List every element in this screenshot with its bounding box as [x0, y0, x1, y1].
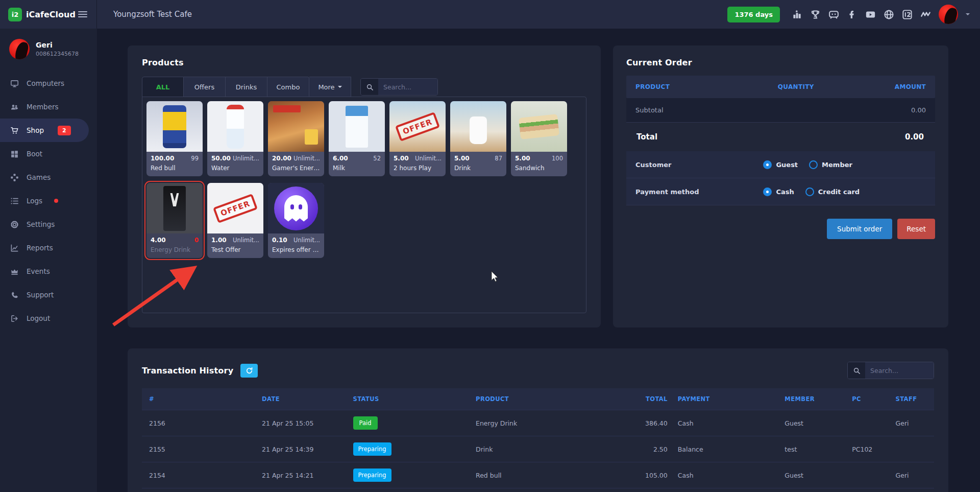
sidebar-item-label: Members — [27, 103, 59, 111]
tx-status: Paid — [348, 410, 471, 436]
product-list: 100.00 99 Red bull 50.00 Unlimit... Wate… — [142, 97, 586, 313]
total-label: Total — [636, 132, 657, 142]
user-avatar[interactable] — [939, 5, 958, 24]
hamburger-menu-icon[interactable] — [76, 9, 89, 19]
products-search-input[interactable] — [378, 79, 437, 95]
tx-total: 386.40 — [625, 410, 673, 436]
sidebar-item-logs[interactable]: Logs — [0, 189, 97, 213]
sidebar-item-logout[interactable]: Logout — [0, 307, 97, 330]
trophy-icon[interactable] — [810, 9, 821, 20]
product-price: 1.00 — [211, 237, 227, 244]
reset-button[interactable]: Reset — [897, 219, 935, 239]
sidebar-item-settings[interactable]: Settings — [0, 213, 97, 236]
sidebar-item-label: Logout — [27, 314, 50, 322]
shop-count-badge: 2 — [58, 126, 71, 135]
transaction-row[interactable]: 2155 21 Apr 25 14:39 Preparing Drink 2.5… — [142, 436, 934, 462]
tx-payment: Cash — [673, 410, 780, 436]
sidebar-item-label: Shop — [27, 126, 44, 134]
payment-option-cash[interactable]: Cash — [763, 188, 794, 196]
chevron-down-icon[interactable] — [966, 13, 970, 17]
submit-order-button[interactable]: Submit order — [827, 219, 892, 239]
products-panel: Products ALL Offers Drinks Combo More 10… — [128, 45, 601, 327]
product-card-water[interactable]: 50.00 Unlimit... Water — [207, 101, 263, 176]
tx-member: G_MC9C98 — [779, 488, 847, 492]
tab-all[interactable]: ALL — [142, 77, 184, 97]
computers-icon — [10, 79, 19, 88]
transaction-row[interactable]: 2156 21 Apr 25 15:05 Paid Energy Drink 3… — [142, 410, 934, 436]
product-name: Energy Drink — [146, 245, 203, 258]
tx-column-total: TOTAL — [625, 388, 673, 410]
transaction-history-panel: Transaction History #DATESTATUSPRODUCTTO… — [128, 348, 948, 492]
sidebar-item-support[interactable]: Support — [0, 283, 97, 307]
tab-more[interactable]: More — [309, 77, 351, 97]
product-card-red-bull[interactable]: 100.00 99 Red bull — [146, 101, 203, 176]
product-stock: Unlimit... — [293, 237, 320, 244]
tx-staff — [891, 436, 934, 462]
icafecloud-icon[interactable] — [902, 9, 913, 20]
tx-column-status: STATUS — [348, 388, 471, 410]
status-badge: Paid — [353, 416, 378, 430]
product-price: 5.00 — [454, 155, 470, 162]
product-card-energy-drink[interactable]: 4.00 0 Energy Drink — [146, 183, 203, 258]
customer-label: Customer — [635, 161, 763, 169]
tab-drinks[interactable]: Drinks — [226, 77, 267, 97]
product-name: Gamer's Energ... — [268, 163, 324, 176]
sidebar-item-computers[interactable]: Computers — [0, 72, 97, 95]
product-card-test-offer[interactable]: OFFER 1.00 Unlimit... Test Offer — [207, 183, 263, 258]
tx-member: Guest — [779, 410, 847, 436]
transactions-table: #DATESTATUSPRODUCTTOTALPAYMENTMEMBERPCST… — [142, 388, 934, 492]
tx-product: Energy Drink — [471, 410, 625, 436]
sidebar-item-members[interactable]: Members — [0, 95, 97, 119]
product-card-2-hours-play[interactable]: OFFER 5.00 Unlimit... 2 hours Play — [389, 101, 446, 176]
tx-product: Red bull — [471, 462, 625, 488]
sidebar-item-shop[interactable]: Shop 2 — [0, 119, 89, 142]
product-image: OFFER — [207, 183, 263, 233]
members-icon — [10, 103, 19, 111]
product-card-sandwich[interactable]: 5.00 100 Sandwich — [511, 101, 567, 176]
sidebar-item-games[interactable]: Games — [0, 166, 97, 189]
transaction-row[interactable]: 2153 21 Apr 25 02:23 Paid Red bull 105.0… — [142, 488, 934, 492]
tx-payment: Balance — [673, 436, 780, 462]
product-name: Red bull — [146, 163, 203, 176]
sidebar-item-events[interactable]: Events — [0, 260, 97, 283]
sidebar-user[interactable]: Geri 008612345678 — [0, 29, 97, 72]
product-image — [329, 101, 385, 152]
payment-option-credit-card[interactable]: Credit card — [805, 188, 860, 196]
product-price: 100.00 — [151, 155, 174, 162]
globe-icon[interactable] — [884, 9, 894, 20]
tx-date: 21 Apr 25 15:05 — [257, 410, 348, 436]
product-image — [268, 183, 324, 233]
order-column-amount: AMOUNT — [839, 83, 926, 90]
youtube-icon[interactable] — [865, 9, 876, 20]
refresh-button[interactable] — [240, 364, 258, 378]
tab-combo[interactable]: Combo — [267, 77, 309, 97]
games-icon — [10, 173, 19, 182]
product-card-drink[interactable]: 5.00 87 Drink — [450, 101, 506, 176]
order-column-quantity: QUANTITY — [752, 83, 839, 90]
status-badge: Preparing — [353, 468, 391, 482]
logs-alert-dot — [54, 199, 58, 203]
ranking-icon[interactable] — [792, 9, 802, 20]
tab-offers[interactable]: Offers — [184, 77, 226, 97]
product-image — [207, 101, 263, 152]
transactions-search-input[interactable] — [865, 362, 934, 379]
discord-icon[interactable] — [828, 9, 839, 20]
transaction-row[interactable]: 2154 21 Apr 25 14:21 Preparing Red bull … — [142, 462, 934, 488]
topbar-right: 1376 days — [727, 5, 980, 24]
product-image — [146, 183, 203, 233]
customer-option-guest[interactable]: Guest — [763, 160, 798, 169]
search-icon — [361, 79, 378, 95]
facebook-icon[interactable] — [847, 9, 857, 20]
customer-option-member[interactable]: Member — [809, 160, 852, 169]
sidebar-item-boot[interactable]: Boot — [0, 142, 97, 166]
youngzsoft-icon[interactable] — [920, 9, 931, 20]
product-card-milk[interactable]: 6.00 52 Milk — [329, 101, 385, 176]
tx-total: 105.00 — [625, 462, 673, 488]
current-order-title: Current Order — [626, 58, 935, 67]
radio-icon — [763, 160, 772, 169]
brand-block: i2 iCafeCloud — [0, 0, 97, 29]
product-card-gamer-s-energ[interactable]: 20.00 Unlimit... Gamer's Energ... — [268, 101, 324, 176]
tx-status: Paid — [348, 488, 471, 492]
product-card-expires-offer-5[interactable]: 0.10 Unlimit... Expires offer 5... — [268, 183, 324, 258]
sidebar-item-reports[interactable]: Reports — [0, 236, 97, 260]
